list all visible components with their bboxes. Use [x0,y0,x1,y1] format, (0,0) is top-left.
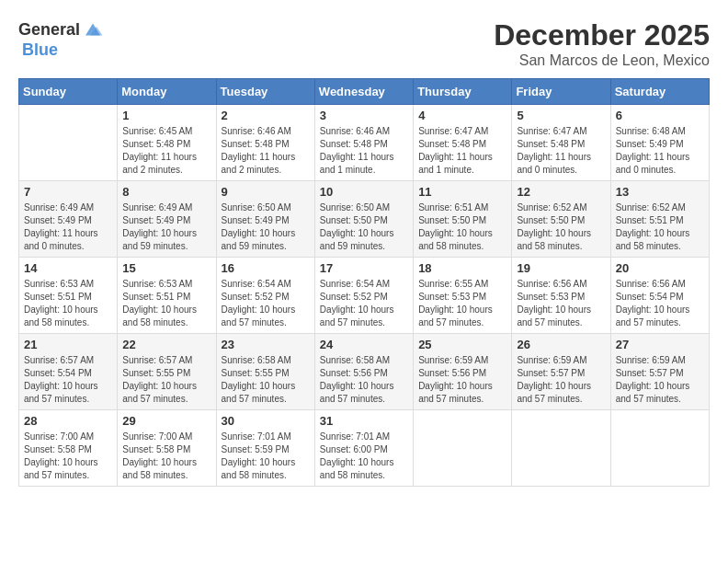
calendar-cell: 18Sunrise: 6:55 AM Sunset: 5:53 PM Dayli… [414,258,512,334]
day-number: 11 [418,185,506,199]
calendar-cell: 10Sunrise: 6:50 AM Sunset: 5:50 PM Dayli… [314,181,413,258]
day-info: Sunrise: 6:46 AM Sunset: 5:48 PM Dayligh… [320,125,408,177]
title-section: December 2025 San Marcos de Leon, Mexico [494,18,710,69]
day-info: Sunrise: 6:58 AM Sunset: 5:56 PM Dayligh… [320,354,408,406]
calendar-cell [19,105,118,181]
day-number: 19 [517,261,605,275]
day-info: Sunrise: 6:53 AM Sunset: 5:51 PM Dayligh… [24,278,112,329]
day-info: Sunrise: 7:01 AM Sunset: 5:59 PM Dayligh… [222,431,310,482]
day-number: 2 [222,109,310,122]
day-number: 13 [616,185,704,199]
day-number: 7 [24,185,112,199]
day-info: Sunrise: 7:00 AM Sunset: 5:58 PM Dayligh… [122,431,210,482]
weekday-header: Wednesday [314,79,413,105]
day-info: Sunrise: 6:49 AM Sunset: 5:49 PM Dayligh… [122,201,210,253]
day-number: 3 [320,109,408,122]
day-info: Sunrise: 6:57 AM Sunset: 5:54 PM Dayligh… [24,354,112,406]
day-info: Sunrise: 6:56 AM Sunset: 5:54 PM Dayligh… [616,278,704,329]
day-number: 12 [517,185,605,199]
location-title: San Marcos de Leon, Mexico [494,52,710,69]
logo-text-general: General [18,20,80,40]
day-info: Sunrise: 6:55 AM Sunset: 5:53 PM Dayligh… [418,278,506,329]
calendar-week-row: 7Sunrise: 6:49 AM Sunset: 5:49 PM Daylig… [19,181,710,258]
day-number: 15 [122,261,210,275]
calendar-cell: 25Sunrise: 6:59 AM Sunset: 5:56 PM Dayli… [414,334,512,410]
day-info: Sunrise: 6:57 AM Sunset: 5:55 PM Dayligh… [122,354,210,406]
day-info: Sunrise: 6:50 AM Sunset: 5:50 PM Dayligh… [320,201,408,253]
calendar-cell: 12Sunrise: 6:52 AM Sunset: 5:50 PM Dayli… [512,181,610,258]
day-info: Sunrise: 6:52 AM Sunset: 5:51 PM Dayligh… [616,201,704,253]
day-number: 21 [24,338,112,351]
calendar-cell: 3Sunrise: 6:46 AM Sunset: 5:48 PM Daylig… [314,105,413,181]
calendar-week-row: 21Sunrise: 6:57 AM Sunset: 5:54 PM Dayli… [19,334,710,410]
day-number: 5 [517,109,605,122]
weekday-header: Saturday [610,79,709,105]
calendar-cell: 20Sunrise: 6:56 AM Sunset: 5:54 PM Dayli… [610,258,709,334]
day-info: Sunrise: 6:45 AM Sunset: 5:48 PM Dayligh… [122,125,210,177]
calendar-cell: 2Sunrise: 6:46 AM Sunset: 5:48 PM Daylig… [216,105,314,181]
calendar-cell: 8Sunrise: 6:49 AM Sunset: 5:49 PM Daylig… [118,181,216,258]
calendar-cell: 31Sunrise: 7:01 AM Sunset: 6:00 PM Dayli… [314,410,413,487]
calendar-cell: 4Sunrise: 6:47 AM Sunset: 5:48 PM Daylig… [414,105,512,181]
calendar-cell: 21Sunrise: 6:57 AM Sunset: 5:54 PM Dayli… [19,334,118,410]
day-number: 20 [616,261,704,275]
day-info: Sunrise: 6:47 AM Sunset: 5:48 PM Dayligh… [418,125,506,177]
calendar-cell: 23Sunrise: 6:58 AM Sunset: 5:55 PM Dayli… [216,334,314,410]
day-number: 8 [122,185,210,199]
day-number: 9 [222,185,310,199]
calendar-cell: 27Sunrise: 6:59 AM Sunset: 5:57 PM Dayli… [610,334,709,410]
calendar-cell: 19Sunrise: 6:56 AM Sunset: 5:53 PM Dayli… [512,258,610,334]
calendar-cell: 6Sunrise: 6:48 AM Sunset: 5:49 PM Daylig… [610,105,709,181]
calendar-cell: 30Sunrise: 7:01 AM Sunset: 5:59 PM Dayli… [216,410,314,487]
day-number: 4 [418,109,506,122]
day-info: Sunrise: 6:54 AM Sunset: 5:52 PM Dayligh… [222,278,310,329]
calendar-cell [512,410,610,487]
calendar-table: SundayMondayTuesdayWednesdayThursdayFrid… [18,78,710,487]
calendar-cell: 29Sunrise: 7:00 AM Sunset: 5:58 PM Dayli… [118,410,216,487]
day-info: Sunrise: 6:48 AM Sunset: 5:49 PM Dayligh… [616,125,704,177]
calendar-cell: 26Sunrise: 6:59 AM Sunset: 5:57 PM Dayli… [512,334,610,410]
day-number: 25 [418,338,506,351]
day-number: 29 [122,414,210,428]
calendar-cell [610,410,709,487]
calendar-cell: 16Sunrise: 6:54 AM Sunset: 5:52 PM Dayli… [216,258,314,334]
day-info: Sunrise: 6:59 AM Sunset: 5:57 PM Dayligh… [517,354,605,406]
calendar-cell: 9Sunrise: 6:50 AM Sunset: 5:49 PM Daylig… [216,181,314,258]
weekday-header: Monday [118,79,216,105]
calendar-cell: 14Sunrise: 6:53 AM Sunset: 5:51 PM Dayli… [19,258,118,334]
month-title: December 2025 [494,18,710,52]
calendar-cell: 11Sunrise: 6:51 AM Sunset: 5:50 PM Dayli… [414,181,512,258]
day-info: Sunrise: 6:51 AM Sunset: 5:50 PM Dayligh… [418,201,506,253]
day-number: 23 [222,338,310,351]
calendar-cell: 1Sunrise: 6:45 AM Sunset: 5:48 PM Daylig… [118,105,216,181]
calendar-body: 1Sunrise: 6:45 AM Sunset: 5:48 PM Daylig… [19,105,710,487]
day-info: Sunrise: 6:50 AM Sunset: 5:49 PM Dayligh… [222,201,310,253]
day-info: Sunrise: 6:46 AM Sunset: 5:48 PM Dayligh… [222,125,310,177]
logo-icon [82,18,104,40]
calendar-cell: 5Sunrise: 6:47 AM Sunset: 5:48 PM Daylig… [512,105,610,181]
day-info: Sunrise: 6:47 AM Sunset: 5:48 PM Dayligh… [517,125,605,177]
day-info: Sunrise: 6:49 AM Sunset: 5:49 PM Dayligh… [24,201,112,253]
logo-text-blue: Blue [22,40,58,60]
day-number: 26 [517,338,605,351]
logo: General Blue [18,18,104,60]
day-number: 28 [24,414,112,428]
day-info: Sunrise: 6:58 AM Sunset: 5:55 PM Dayligh… [222,354,310,406]
weekday-header: Sunday [19,79,118,105]
calendar-cell: 17Sunrise: 6:54 AM Sunset: 5:52 PM Dayli… [314,258,413,334]
day-number: 24 [320,338,408,351]
calendar-cell: 28Sunrise: 7:00 AM Sunset: 5:58 PM Dayli… [19,410,118,487]
day-number: 10 [320,185,408,199]
calendar-week-row: 14Sunrise: 6:53 AM Sunset: 5:51 PM Dayli… [19,258,710,334]
calendar-cell: 24Sunrise: 6:58 AM Sunset: 5:56 PM Dayli… [314,334,413,410]
day-number: 22 [122,338,210,351]
day-number: 30 [222,414,310,428]
day-info: Sunrise: 6:54 AM Sunset: 5:52 PM Dayligh… [320,278,408,329]
day-info: Sunrise: 6:56 AM Sunset: 5:53 PM Dayligh… [517,278,605,329]
day-number: 27 [616,338,704,351]
day-info: Sunrise: 6:53 AM Sunset: 5:51 PM Dayligh… [122,278,210,329]
day-info: Sunrise: 6:59 AM Sunset: 5:57 PM Dayligh… [616,354,704,406]
day-info: Sunrise: 6:52 AM Sunset: 5:50 PM Dayligh… [517,201,605,253]
day-info: Sunrise: 7:01 AM Sunset: 6:00 PM Dayligh… [320,431,408,482]
day-number: 1 [122,109,210,122]
